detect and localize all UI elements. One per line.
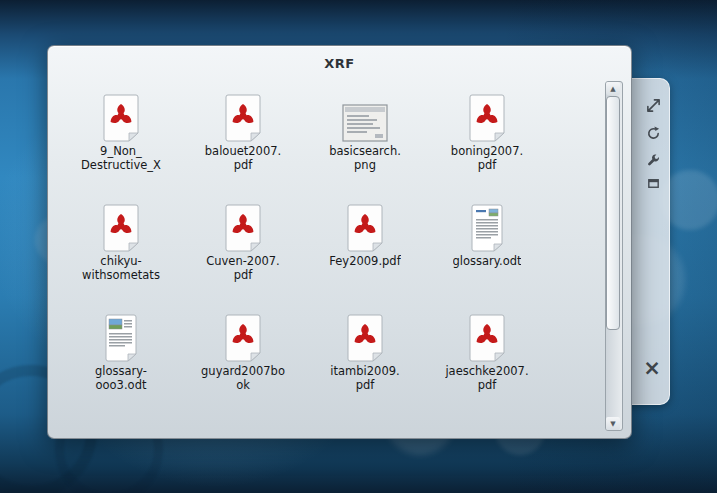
file-label: Fey2009.pdf <box>329 255 400 269</box>
odt-image-icon <box>101 310 141 362</box>
file-item[interactable]: 9_Non_ Destructive_X <box>60 90 182 200</box>
wrench-icon <box>646 153 661 168</box>
file-item[interactable]: jaeschke2007. pdf <box>426 310 548 420</box>
scrollbar-thumb[interactable] <box>606 96 620 330</box>
screen: × XRF 9_Non_ Destructive_X balouet2007. … <box>0 0 717 493</box>
file-label: guyard2007bo ok <box>201 365 285 393</box>
rotate-button[interactable] <box>643 123 663 143</box>
file-label: glossary- ooo3.odt <box>95 365 147 393</box>
file-item[interactable]: itambi2009. pdf <box>304 310 426 420</box>
file-item[interactable]: guyard2007bo ok <box>182 310 304 420</box>
file-item[interactable]: Cuven-2007. pdf <box>182 200 304 310</box>
pdf-icon <box>343 200 387 252</box>
file-label: 9_Non_ Destructive_X <box>81 145 161 173</box>
pdf-icon <box>99 90 143 142</box>
close-icon: × <box>643 358 661 379</box>
file-label: itambi2009. pdf <box>330 365 399 393</box>
pdf-icon <box>343 310 387 362</box>
file-item[interactable]: glossary.odt <box>426 200 548 310</box>
configure-button[interactable] <box>643 150 663 170</box>
odt-icon <box>467 200 507 252</box>
file-label: boning2007. pdf <box>451 145 523 173</box>
pdf-icon <box>465 90 509 142</box>
folder-view-popup: XRF 9_Non_ Destructive_X balouet2007. pd… <box>47 45 632 439</box>
resize-button[interactable] <box>643 95 663 115</box>
maximize-button[interactable] <box>643 173 663 193</box>
file-item[interactable]: Fey2009.pdf <box>304 200 426 310</box>
pdf-icon <box>221 200 265 252</box>
image-preview-icon <box>342 90 388 142</box>
file-item[interactable]: chikyu- withsometats <box>60 200 182 310</box>
file-grid: 9_Non_ Destructive_X balouet2007. pdf ba… <box>60 90 548 420</box>
file-item[interactable]: balouet2007. pdf <box>182 90 304 200</box>
pdf-icon <box>221 310 265 362</box>
pdf-icon <box>99 200 143 252</box>
scroll-up-button[interactable]: ▲ <box>606 82 620 95</box>
scroll-down-button[interactable]: ▼ <box>606 417 620 430</box>
close-button[interactable]: × <box>639 355 665 381</box>
file-label: Cuven-2007. pdf <box>206 255 280 283</box>
maximize-icon <box>646 176 661 191</box>
file-label: balouet2007. pdf <box>205 145 281 173</box>
pdf-icon <box>465 310 509 362</box>
pdf-icon <box>221 90 265 142</box>
file-label: jaeschke2007. pdf <box>445 365 528 393</box>
file-label: glossary.odt <box>453 255 522 269</box>
file-label: basicsearch. png <box>329 145 401 173</box>
resize-icon <box>646 98 661 113</box>
file-item[interactable]: basicsearch. png <box>304 90 426 200</box>
popup-title: XRF <box>48 56 631 71</box>
file-label: chikyu- withsometats <box>82 255 160 283</box>
file-item[interactable]: boning2007. pdf <box>426 90 548 200</box>
scrollbar[interactable]: ▲ ▼ <box>605 81 623 431</box>
rotate-icon <box>646 126 661 141</box>
file-item[interactable]: glossary- ooo3.odt <box>60 310 182 420</box>
